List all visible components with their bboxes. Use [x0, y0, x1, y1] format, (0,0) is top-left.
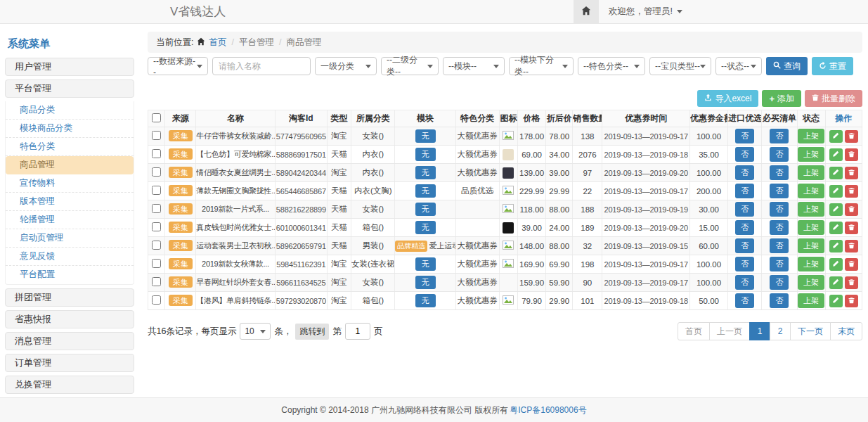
- status-button[interactable]: 上架: [798, 293, 824, 308]
- import-select-toggle[interactable]: 否: [735, 184, 754, 198]
- sidebar-item-5[interactable]: 商品管理: [6, 156, 134, 174]
- delete-button[interactable]: [845, 185, 858, 198]
- sidebar-group-13[interactable]: 省惠快报: [5, 310, 134, 328]
- page-button-下一页[interactable]: 下一页: [790, 322, 831, 340]
- import-select-toggle[interactable]: 否: [735, 147, 754, 162]
- filter-select-status[interactable]: --状态--: [715, 57, 762, 75]
- must-buy-toggle[interactable]: 否: [770, 257, 789, 271]
- edit-button[interactable]: [829, 295, 843, 307]
- must-buy-toggle[interactable]: 否: [770, 275, 789, 290]
- filter-select-level2-category[interactable]: --二级分类--: [381, 57, 439, 75]
- sidebar-group-0[interactable]: 用户管理: [5, 58, 134, 76]
- sidebar-item-9[interactable]: 启动页管理: [6, 229, 134, 248]
- sidebar-item-6[interactable]: 宣传物料: [6, 174, 134, 193]
- import-select-toggle[interactable]: 否: [735, 238, 754, 253]
- filter-select-module-sub-category[interactable]: --模块下分类--: [509, 57, 574, 75]
- jump-button[interactable]: 跳转到: [295, 324, 329, 340]
- status-button[interactable]: 上架: [798, 184, 824, 198]
- add-button[interactable]: + 添加: [762, 90, 801, 107]
- delete-button[interactable]: [845, 203, 858, 216]
- home-button[interactable]: [574, 0, 599, 23]
- sidebar-group-14[interactable]: 消息管理: [5, 332, 134, 350]
- status-button[interactable]: 上架: [798, 238, 824, 253]
- must-buy-toggle[interactable]: 否: [770, 129, 789, 143]
- status-button[interactable]: 上架: [798, 147, 824, 162]
- row-checkbox[interactable]: [152, 131, 161, 140]
- sidebar-group-12[interactable]: 拼团管理: [5, 288, 134, 307]
- delete-button[interactable]: [845, 258, 858, 271]
- sidebar-item-10[interactable]: 意见反馈: [6, 248, 134, 266]
- filter-select-data-source[interactable]: --数据来源--: [148, 57, 208, 75]
- delete-button[interactable]: [845, 130, 858, 143]
- sidebar-item-2[interactable]: 商品分类: [6, 101, 134, 120]
- sidebar-item-8[interactable]: 轮播管理: [6, 211, 134, 229]
- edit-button[interactable]: [829, 222, 843, 234]
- status-button[interactable]: 上架: [798, 220, 824, 235]
- must-buy-toggle[interactable]: 否: [770, 165, 789, 180]
- sidebar-item-4[interactable]: 特色分类: [6, 138, 134, 156]
- sidebar-group-1[interactable]: 平台管理: [5, 79, 134, 98]
- row-checkbox[interactable]: [152, 241, 161, 250]
- edit-button[interactable]: [829, 130, 843, 143]
- edit-button[interactable]: [829, 240, 843, 252]
- status-button[interactable]: 上架: [798, 129, 824, 143]
- row-checkbox[interactable]: [152, 204, 161, 213]
- must-buy-toggle[interactable]: 否: [770, 147, 789, 162]
- row-checkbox[interactable]: [152, 186, 161, 195]
- edit-button[interactable]: [829, 258, 843, 271]
- edit-button[interactable]: [829, 203, 843, 216]
- filter-select-feature-category[interactable]: --特色分类--: [578, 57, 645, 75]
- status-button[interactable]: 上架: [798, 165, 824, 180]
- import-select-toggle[interactable]: 否: [735, 165, 754, 180]
- must-buy-toggle[interactable]: 否: [770, 293, 789, 308]
- edit-button[interactable]: [829, 185, 843, 198]
- row-checkbox[interactable]: [152, 259, 161, 268]
- row-checkbox[interactable]: [152, 277, 161, 286]
- batch-delete-button[interactable]: 批量删除: [805, 90, 862, 107]
- sidebar-group-16[interactable]: 兑换管理: [5, 376, 134, 394]
- delete-button[interactable]: [845, 295, 858, 307]
- edit-button[interactable]: [829, 167, 843, 179]
- import-select-toggle[interactable]: 否: [735, 220, 754, 235]
- user-menu[interactable]: 欢迎您，管理员!: [599, 0, 692, 23]
- page-button-末页[interactable]: 末页: [830, 322, 862, 340]
- row-checkbox[interactable]: [152, 149, 161, 158]
- delete-button[interactable]: [845, 240, 858, 252]
- sidebar-item-11[interactable]: 平台配置: [6, 266, 134, 284]
- import-excel-button[interactable]: 导入excel: [697, 90, 758, 107]
- row-checkbox[interactable]: [152, 295, 161, 305]
- sidebar-item-3[interactable]: 模块商品分类: [6, 120, 134, 138]
- icp-link[interactable]: 粤ICP备16098006号: [510, 404, 586, 416]
- import-select-toggle[interactable]: 否: [735, 257, 754, 271]
- must-buy-toggle[interactable]: 否: [770, 220, 789, 235]
- per-page-select[interactable]: 10: [240, 323, 271, 340]
- row-checkbox[interactable]: [152, 222, 161, 231]
- import-select-toggle[interactable]: 否: [735, 293, 754, 308]
- must-buy-toggle[interactable]: 否: [770, 184, 789, 198]
- select-all-checkbox[interactable]: [152, 113, 161, 122]
- filter-input-name[interactable]: [212, 57, 311, 75]
- delete-button[interactable]: [845, 222, 858, 234]
- edit-button[interactable]: [829, 148, 843, 161]
- filter-select-level1-category[interactable]: 一级分类: [315, 57, 377, 75]
- search-button[interactable]: 查询: [766, 57, 808, 75]
- filter-select-item-type[interactable]: --宝贝类型--: [649, 57, 711, 75]
- delete-button[interactable]: [845, 148, 858, 161]
- filter-select-module[interactable]: --模块--: [443, 57, 505, 75]
- page-button-2[interactable]: 2: [770, 322, 791, 340]
- sidebar-item-7[interactable]: 版本管理: [6, 193, 134, 211]
- page-button-1[interactable]: 1: [749, 322, 770, 340]
- must-buy-toggle[interactable]: 否: [770, 238, 789, 253]
- breadcrumb-item-0[interactable]: 首页: [209, 37, 226, 49]
- import-select-toggle[interactable]: 否: [735, 129, 754, 143]
- import-select-toggle[interactable]: 否: [735, 202, 754, 217]
- edit-button[interactable]: [829, 276, 843, 289]
- import-select-toggle[interactable]: 否: [735, 275, 754, 290]
- status-button[interactable]: 上架: [798, 257, 824, 271]
- reset-button[interactable]: 重置: [812, 57, 853, 75]
- status-button[interactable]: 上架: [798, 275, 824, 290]
- must-buy-toggle[interactable]: 否: [770, 202, 789, 217]
- row-checkbox[interactable]: [152, 167, 161, 177]
- delete-button[interactable]: [845, 167, 858, 179]
- delete-button[interactable]: [845, 276, 858, 289]
